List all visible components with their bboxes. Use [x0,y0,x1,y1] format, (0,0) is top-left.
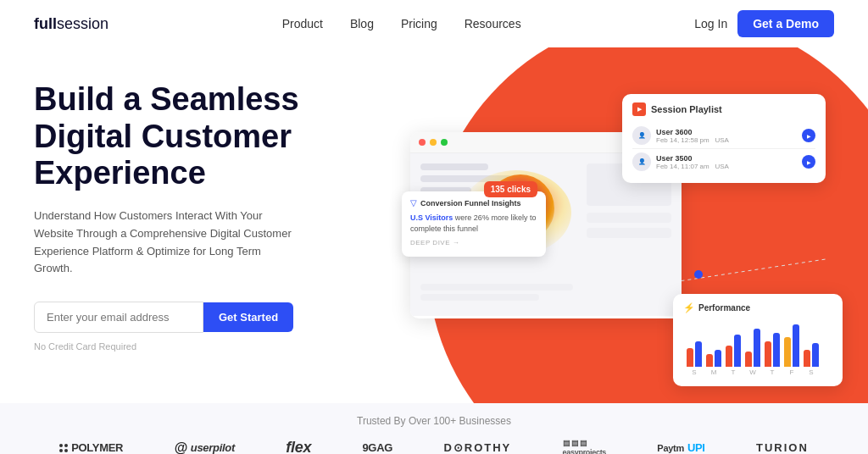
brand-turion: TURION [756,441,809,454]
brand-easyprojects: ▤▤▤ easyprojects [563,439,606,454]
bar-w-red [745,352,752,367]
funnel-icon: ▽ [410,198,417,208]
funnel-title: Conversion Funnel Insights [420,199,521,208]
performance-title: ⚡ Performance [683,302,832,313]
x-label-f: F [784,368,799,376]
x-label-s: S [687,368,702,376]
logo[interactable]: fullsession [34,15,108,33]
bar-chart [683,320,832,367]
bar-m-red [706,354,713,367]
trusted-section: Trusted By Over 100+ Businesses POLYMER … [0,403,868,454]
dot-yellow [430,139,437,146]
bar-group-m [706,350,721,367]
x-label-t2: T [765,368,780,376]
session-user-1: User 3600 [656,128,797,136]
trusted-logos: POLYMER @userpilot flex 9GAG D⊙ROTHY ▤▤▤… [34,439,834,454]
demo-button[interactable]: Get a Demo [737,10,834,37]
bar-m-blue [715,350,721,367]
nav-links: Product Blog Pricing Resources [282,17,521,30]
hero-description: Understand How Customers Interact With Y… [34,208,297,278]
x-label-t: T [726,368,741,376]
x-label-s2: S [804,368,819,376]
login-button[interactable]: Log In [694,17,727,30]
ui-row-7 [420,284,573,291]
logo-session: session [57,15,108,33]
funnel-label: DEEP DIVE → [410,239,537,246]
ui-row-6 [587,228,671,238]
session-playlist-title: Session Playlist [651,104,722,114]
logo-full: full [34,15,57,33]
session-row-1: 👤 User 3600 Feb 14, 12:58 pm USA [632,123,815,149]
navbar: fullsession Product Blog Pricing Resourc… [0,0,868,47]
email-input[interactable] [34,302,203,333]
bar-s-red [687,348,693,367]
x-label-m: M [706,368,721,376]
performance-card: ⚡ Performance [673,294,843,386]
nav-pricing[interactable]: Pricing [401,17,437,30]
x-label-w: W [745,368,760,376]
bar-s-blue [695,341,702,367]
hero-section: Build a Seamless Digital Customer Experi… [0,47,868,403]
hero-title: Build a Seamless Digital Customer Experi… [34,81,390,192]
bar-t-red [726,346,732,367]
session-playlist-card: Session Playlist 👤 User 3600 Feb 14, 12:… [622,94,826,183]
dot-green [441,139,448,146]
nav-actions: Log In Get a Demo [694,10,834,37]
brand-userpilot: @userpilot [174,440,235,455]
brand-9gag: 9GAG [362,441,392,454]
play-icon [632,102,646,116]
avatar-2: 👤 [632,152,651,171]
bar-w-blue [754,329,760,367]
dot-red [419,139,426,146]
funnel-card: ▽ Conversion Funnel Insights U.S Visitor… [402,191,546,257]
brand-paytm: Paytm UPI [657,441,704,454]
get-started-button[interactable]: Get Started [203,302,293,332]
play-btn-1[interactable] [802,129,815,142]
bar-group-f [784,324,799,367]
trusted-label: Trusted By Over 100+ Businesses [34,415,834,427]
bar-t2-red [765,341,771,367]
bar-group-t [726,335,741,367]
session-user-2: User 3500 [656,154,797,163]
play-btn-2[interactable] [802,155,815,169]
bar-group-s [687,341,702,367]
ui-row-8 [420,294,539,301]
no-cc-label: No Credit Card Required [34,341,390,352]
bar-group-t2 [765,333,780,367]
nav-resources[interactable]: Resources [465,17,521,30]
funnel-description: U.S Visitors were 26% more likely to com… [410,213,537,234]
hero-left: Build a Seamless Digital Customer Experi… [34,73,390,403]
avatar-1: 👤 [632,126,651,145]
bar-f-yellow [784,337,791,367]
bar-f-blue [793,324,799,367]
bar-s2-blue [812,343,819,367]
bar-t-blue [734,335,741,367]
hero-right-mockups: Session Playlist 👤 User 3600 Feb 14, 12:… [359,47,868,403]
bar-t2-blue [773,333,780,367]
bar-s2-red [804,350,810,367]
brand-flex: flex [286,439,311,454]
hero-form: Get Started [34,302,390,333]
ui-row-1 [420,163,488,170]
ui-row-5 [587,213,671,223]
chart-x-labels: S M T W T F S [683,367,832,378]
svg-point-3 [694,270,703,279]
brand-dorothy: D⊙ROTHY [443,441,511,454]
bar-group-s2 [804,343,819,367]
brand-polymer: POLYMER [59,441,123,454]
bar-group-w [745,329,760,367]
nav-product[interactable]: Product [282,17,323,30]
clicks-badge: 135 clicks [484,181,537,197]
nav-blog[interactable]: Blog [350,17,374,30]
session-row-2: 👤 User 3500 Feb 14, 11:07 am USA [632,149,815,174]
perf-icon: ⚡ [683,302,695,313]
